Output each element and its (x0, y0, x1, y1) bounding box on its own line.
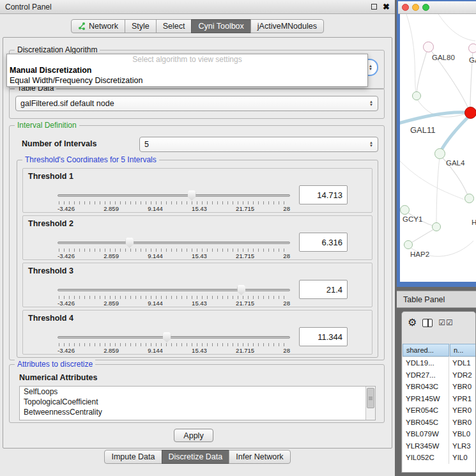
table-cell[interactable]: YBR0 (449, 381, 475, 393)
tab-style[interactable]: Style (125, 19, 157, 33)
minimize-traffic-light-icon[interactable] (412, 4, 419, 11)
slider-track[interactable] (58, 336, 290, 339)
network-node[interactable] (464, 194, 474, 203)
tick-label: 2.859 (104, 347, 119, 354)
tab-jactivemnodules[interactable]: jActiveMNodules (250, 19, 324, 33)
tab-cyni-toolbox[interactable]: Cyni Toolbox (191, 19, 250, 33)
tick-label: 15.43 (192, 300, 207, 307)
list-scrollbar[interactable] (365, 387, 375, 420)
network-node[interactable] (434, 148, 445, 159)
column-header-shared-name[interactable]: shared... (403, 344, 449, 357)
slider-tick-labels: -3.426 2.859 9.144 15.43 21.715 28 (58, 205, 290, 212)
table-row[interactable]: YBR045C YBR0 (403, 417, 475, 429)
slider-handle-icon[interactable] (163, 332, 171, 342)
threshold-label: Threshold 4 (28, 314, 73, 323)
network-node[interactable] (400, 205, 410, 215)
numerical-attributes-list[interactable]: SelfLoops TopologicalCoefficient Between… (19, 386, 376, 420)
gear-icon[interactable]: ⚙ (408, 318, 417, 328)
close-icon[interactable]: ✖ (383, 4, 390, 10)
tab-impute-data[interactable]: Impute Data (104, 450, 162, 464)
table-cell[interactable]: YDL1 (449, 357, 475, 369)
table-data-select[interactable]: galFiltered.sif default node ▲▼ (15, 96, 378, 111)
network-window-titlebar (398, 1, 476, 14)
tab-infer-network-label: Infer Network (236, 452, 283, 461)
list-item[interactable]: TopologicalCoefficient (20, 397, 375, 407)
table-cell[interactable]: YIL052C (403, 452, 449, 464)
algorithm-option-equal-width[interactable]: Equal Width/Frequency Discretization (7, 75, 367, 86)
table-row[interactable]: YBL079W YBL0 (403, 428, 475, 440)
slider-track[interactable] (58, 289, 290, 291)
threshold-value-field[interactable]: 6.316 (299, 233, 348, 252)
tick-label: 9.144 (148, 300, 163, 307)
table-cell[interactable]: YDR27... (403, 369, 449, 381)
table-cell[interactable]: YER0 (449, 404, 475, 417)
network-node[interactable] (423, 42, 434, 52)
table-row[interactable]: YBR043C YBR0 (403, 381, 475, 393)
slider-handle-icon[interactable] (125, 238, 134, 248)
threshold-value-field[interactable]: 21.4 (299, 280, 348, 299)
threshold-slider[interactable]: -3.426 2.859 9.144 15.43 21.715 28 (58, 238, 290, 259)
tick-label: 21.715 (236, 205, 254, 212)
combo-stepper-icon: ▲▼ (369, 141, 373, 148)
number-of-intervals-value: 5 (144, 140, 149, 149)
tab-select[interactable]: Select (156, 19, 192, 33)
tick-label: 21.715 (236, 300, 254, 307)
table-cell[interactable]: YBR0 (449, 417, 475, 429)
table-cell[interactable]: YER054C (403, 404, 449, 417)
table-cell[interactable]: YLR345W (403, 440, 449, 452)
combo-stepper-icon: ▲▼ (369, 65, 372, 71)
table-cell[interactable]: YBR043C (403, 381, 449, 393)
columns-icon[interactable] (422, 319, 433, 327)
network-node[interactable] (404, 240, 413, 249)
float-window-icon[interactable] (371, 4, 377, 10)
table-cell[interactable]: YIL0 (449, 452, 475, 464)
table-cell[interactable]: YPR145W (403, 393, 449, 405)
tab-infer-network[interactable]: Infer Network (229, 450, 290, 464)
table-row[interactable]: YER054C YER0 (403, 404, 475, 417)
threshold-slider[interactable]: -3.426 2.859 9.144 15.43 21.715 28 (58, 332, 290, 354)
apply-button[interactable]: Apply (174, 429, 213, 442)
slider-ticks (59, 249, 289, 252)
algorithm-option-manual[interactable]: Manual Discretization (7, 65, 367, 75)
tab-discretize-data[interactable]: Discretize Data (162, 450, 230, 464)
threshold-slider[interactable]: -3.426 2.859 9.144 15.43 21.715 28 (58, 285, 290, 307)
threshold-panel: Threshold 3 -3.426 2.859 9.144 15.43 21.… (22, 263, 372, 307)
network-node[interactable] (412, 91, 421, 100)
network-canvas[interactable]: GAL80 GA GAL11 GAL4 GCY1 H HAP2 (400, 14, 476, 282)
slider-track[interactable] (58, 242, 290, 244)
list-item[interactable]: SelfLoops (20, 387, 375, 397)
table-cell[interactable]: YBL079W (403, 428, 449, 440)
table-row[interactable]: YPR145W YPR1 (403, 393, 475, 405)
slider-track[interactable] (58, 194, 290, 197)
slider-ticks (59, 201, 289, 204)
threshold-coordinates-title: Threshold's Coordinates for 5 Intervals (22, 155, 159, 164)
number-of-intervals-select[interactable]: 5 ▲▼ (139, 137, 378, 152)
threshold-slider[interactable]: -3.426 2.859 9.144 15.43 21.715 28 (58, 190, 290, 212)
table-row[interactable]: YDL19... YDL1 (403, 357, 475, 369)
tab-network[interactable]: Network (71, 19, 125, 33)
table-cell[interactable]: YLR3 (449, 440, 475, 452)
select-columns-icons[interactable]: ☑☑ (438, 318, 454, 327)
column-header-name[interactable]: n... (450, 344, 476, 357)
close-traffic-light-icon[interactable] (402, 4, 409, 11)
node-label: GCY1 (403, 215, 422, 223)
table-cell[interactable]: YBR045C (403, 417, 449, 429)
list-item[interactable]: BetweennessCentrality (20, 407, 375, 417)
table-cell[interactable]: YPR1 (449, 393, 475, 405)
network-node[interactable] (468, 43, 476, 53)
scrollbar-thumb[interactable] (367, 388, 374, 408)
network-node[interactable] (432, 222, 441, 231)
table-cell[interactable]: YDL19... (403, 357, 449, 369)
table-cell[interactable]: YDR2 (449, 369, 475, 381)
table-row[interactable]: YDR27... YDR2 (403, 369, 475, 381)
table-row[interactable]: YIL052C YIL0 (403, 452, 475, 464)
zoom-traffic-light-icon[interactable] (422, 4, 429, 11)
node-label: HAP2 (410, 250, 429, 258)
threshold-value-field[interactable]: 11.344 (299, 327, 348, 346)
slider-handle-icon[interactable] (237, 285, 245, 295)
slider-handle-icon[interactable] (188, 190, 196, 201)
table-cell[interactable]: YBL0 (449, 428, 475, 440)
selected-network-node[interactable] (464, 107, 476, 119)
table-row[interactable]: YLR345W YLR3 (403, 440, 475, 452)
threshold-value-field[interactable]: 14.713 (299, 185, 348, 204)
